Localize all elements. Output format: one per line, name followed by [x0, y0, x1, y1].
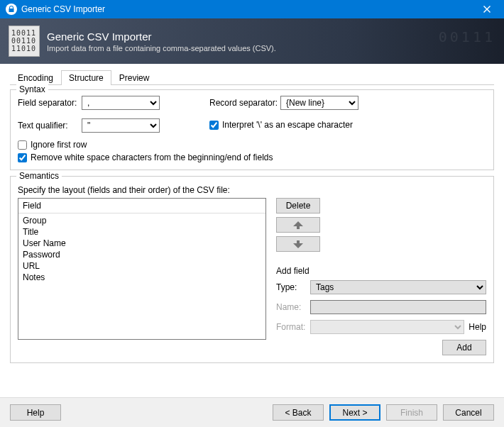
semantics-legend: Semantics: [16, 171, 62, 181]
list-item[interactable]: Password: [18, 249, 265, 260]
text-qualifier-select[interactable]: ": [82, 118, 160, 133]
close-button[interactable]: [473, 0, 501, 18]
list-item[interactable]: URL: [18, 260, 265, 272]
syntax-group: Syntax Field separator: , Text qualifier…: [10, 89, 494, 170]
trim-whitespace-label: Remove white space characters from the b…: [31, 152, 273, 162]
record-separator-select[interactable]: {New line}: [280, 96, 358, 110]
format-label: Format:: [276, 322, 310, 332]
banner-subtitle: Import data from a file containing comma…: [47, 44, 276, 52]
trim-whitespace-checkbox[interactable]: [18, 153, 27, 162]
banner-title: Generic CSV Importer: [47, 30, 276, 43]
format-select: [310, 320, 464, 334]
field-layout-list[interactable]: Field Group Title User Name Password URL…: [18, 198, 266, 340]
list-item[interactable]: Group: [18, 215, 265, 226]
tab-structure[interactable]: Structure: [61, 70, 111, 85]
csv-binary-icon: 10011 00110 11010: [9, 26, 40, 57]
finish-button: Finish: [386, 404, 437, 421]
name-input: [310, 300, 486, 314]
semantics-group: Semantics Specify the layout (fields and…: [10, 176, 494, 363]
wizard-button-bar: Help < Back Next > Finish Cancel: [0, 397, 504, 427]
field-separator-label: Field separator:: [18, 98, 82, 108]
help-button[interactable]: Help: [10, 404, 61, 421]
text-qualifier-label: Text qualifier:: [18, 121, 82, 131]
move-down-button[interactable]: [276, 236, 320, 252]
header-banner: 10011 00110 11010 Generic CSV Importer I…: [0, 18, 504, 64]
record-separator-label: Record separator:: [209, 98, 280, 108]
escape-checkbox[interactable]: [209, 121, 219, 130]
add-field-legend: Add field: [276, 266, 486, 276]
banner-decoration: 00111: [439, 28, 495, 45]
list-item[interactable]: User Name: [18, 238, 265, 249]
dialog-body: Encoding Structure Preview Syntax Field …: [0, 64, 504, 397]
back-button[interactable]: < Back: [273, 404, 324, 421]
escape-label: Interpret '\' as an escape character: [222, 120, 353, 130]
add-button[interactable]: Add: [442, 340, 486, 355]
list-item[interactable]: Title: [18, 226, 265, 238]
cancel-button[interactable]: Cancel: [443, 404, 494, 421]
delete-button[interactable]: Delete: [276, 198, 320, 214]
tab-preview[interactable]: Preview: [111, 70, 158, 85]
syntax-legend: Syntax: [16, 84, 48, 94]
field-list-header: Field: [18, 199, 265, 214]
field-separator-select[interactable]: ,: [82, 96, 160, 110]
type-label: Type:: [276, 282, 310, 292]
title-bar: Generic CSV Importer: [0, 0, 504, 18]
semantics-instruction: Specify the layout (fields and their ord…: [18, 185, 486, 195]
window-title: Generic CSV Importer: [21, 4, 473, 14]
app-lock-icon: [6, 4, 17, 15]
type-select[interactable]: Tags: [310, 280, 486, 294]
list-item[interactable]: Notes: [18, 272, 265, 283]
ignore-first-row-label: Ignore first row: [31, 140, 87, 150]
tab-encoding[interactable]: Encoding: [10, 70, 61, 85]
name-label: Name:: [276, 302, 310, 312]
next-button[interactable]: Next >: [329, 404, 380, 421]
format-help-link[interactable]: Help: [469, 322, 486, 332]
tab-strip: Encoding Structure Preview: [10, 70, 494, 85]
ignore-first-row-checkbox[interactable]: [18, 140, 27, 150]
move-up-button[interactable]: [276, 217, 320, 233]
